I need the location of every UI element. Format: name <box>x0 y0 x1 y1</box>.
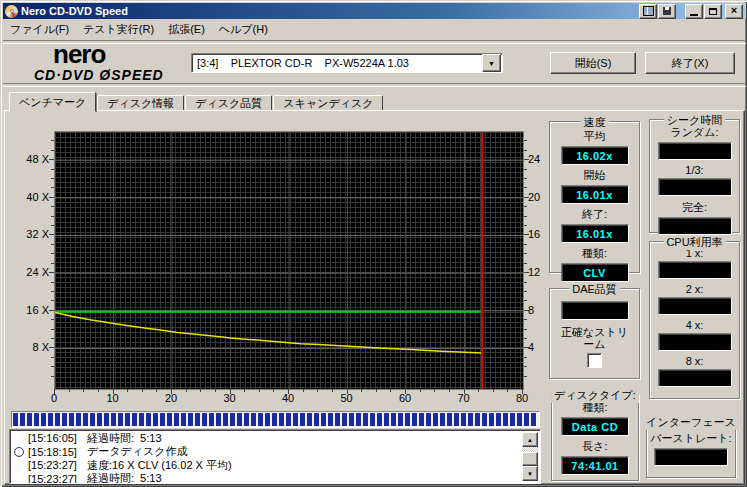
axis-tick <box>51 187 54 188</box>
app-icon[interactable] <box>5 5 18 18</box>
dae-group-title: DAE品質 <box>569 282 620 297</box>
axis-tick <box>493 389 494 392</box>
scroll-down-button[interactable]: ▼ <box>522 466 538 481</box>
save-icon <box>663 7 671 15</box>
tab-0[interactable]: ベンチマーク <box>9 92 96 112</box>
scrollbar-thumb[interactable] <box>522 452 538 466</box>
axis-tick <box>51 225 54 226</box>
log-list[interactable]: [15:16:05]経過時間: 5:13[15:18:15]データディスク作成[… <box>9 429 541 484</box>
tab-strip: ベンチマークディスク情報ディスク品質スキャンディスク <box>9 92 384 112</box>
speed-value: 16.02x <box>576 150 613 162</box>
axis-tick <box>332 389 333 392</box>
axis-tick <box>464 389 465 392</box>
axis-tick <box>524 347 527 348</box>
menu-item-0[interactable]: ファイル(F) <box>3 20 76 39</box>
series-rotation-speed <box>55 313 482 354</box>
exit-button[interactable]: 終了(X) <box>645 52 735 74</box>
axis-tick <box>524 291 527 292</box>
axis-tick <box>524 216 527 217</box>
save-button[interactable] <box>658 4 676 19</box>
close-button[interactable]: × <box>725 4 743 19</box>
separator <box>3 83 746 87</box>
axis-tick <box>259 389 260 392</box>
y-axis-right-label: 12 <box>528 266 540 279</box>
axis-tick <box>51 206 54 207</box>
disc-value-box: Data CD <box>561 417 629 436</box>
y-axis-label: 32 X <box>15 228 49 241</box>
axis-tick <box>171 389 172 392</box>
axis-tick <box>390 389 391 392</box>
title-bar[interactable]: Nero CD-DVD Speed × <box>3 3 746 19</box>
axis-tick <box>524 178 527 179</box>
scroll-up-button[interactable]: ▲ <box>522 432 538 447</box>
axis-tick <box>361 389 362 392</box>
y-axis-label: 8 X <box>15 341 49 354</box>
axis-tick <box>524 159 527 160</box>
axis-tick <box>507 389 508 392</box>
y-axis-label: 40 X <box>15 191 49 204</box>
minimize-icon <box>690 14 698 16</box>
menu-item-3[interactable]: ヘルプ(H) <box>212 20 275 39</box>
cpu-field-label: 2 x: <box>650 283 739 295</box>
speed-value-box: 16.01x <box>561 185 629 204</box>
axis-tick <box>317 389 318 392</box>
log-time: [15:23:27] <box>28 473 77 485</box>
maximize-button[interactable] <box>704 4 722 19</box>
speed-group: 速度 平均16.02x開始16.01x終了:16.01x種類:CLV <box>549 121 640 273</box>
log-scrollbar[interactable]: ▲ ▼ <box>522 432 538 481</box>
seek-group-title: シーク時間 <box>664 113 726 128</box>
log-icon-cell <box>10 447 28 457</box>
app-window: Nero CD-DVD Speed × ファイル(F)テスト実行(R)拡張(E)… <box>0 0 747 487</box>
menu-item-1[interactable]: テスト実行(R) <box>76 20 161 39</box>
chevron-down-icon[interactable]: ▼ <box>482 54 501 72</box>
y-axis-label: 16 X <box>15 304 49 317</box>
cpu-field-label: 4 x: <box>650 319 739 331</box>
axis-tick <box>524 169 527 170</box>
dae-value-box <box>561 301 629 320</box>
compare-window-icon-button[interactable] <box>639 4 657 19</box>
axis-tick <box>449 389 450 392</box>
axis-tick <box>524 366 527 367</box>
seek-value-box <box>658 142 732 160</box>
chart-canvas <box>55 132 523 389</box>
seek-value-box <box>658 178 732 196</box>
test-running-icon <box>14 447 24 457</box>
axis-tick <box>524 282 527 283</box>
axis-tick <box>51 310 54 311</box>
axis-tick <box>51 244 54 245</box>
axis-tick <box>524 225 527 226</box>
axis-tick <box>51 282 54 283</box>
speed-field-label: 終了: <box>550 207 639 222</box>
speed-value-box: CLV <box>561 263 629 282</box>
drive-selector[interactable]: [3:4] PLEXTOR CD-R PX-W5224A 1.03 ▼ <box>191 53 503 73</box>
axis-tick <box>478 389 479 392</box>
axis-tick <box>51 159 54 160</box>
axis-tick <box>303 389 304 392</box>
axis-tick <box>230 389 231 392</box>
axis-tick <box>524 272 527 273</box>
disc-value-box: 74:41.01 <box>561 456 629 475</box>
axis-tick <box>51 291 54 292</box>
separator <box>3 40 746 44</box>
axis-tick <box>51 253 54 254</box>
axis-tick <box>244 389 245 392</box>
accurate-stream-checkbox[interactable] <box>587 353 602 368</box>
menu-item-2[interactable]: 拡張(E) <box>161 20 212 39</box>
seek-field-label: 1/3: <box>650 164 739 176</box>
speed-value: 16.01x <box>576 189 613 201</box>
speed-field-label: 平均 <box>550 129 639 144</box>
start-button[interactable]: 開始(S) <box>550 52 636 74</box>
axis-tick <box>51 376 54 377</box>
axis-tick <box>127 389 128 392</box>
minimize-button[interactable] <box>685 4 703 19</box>
speed-value-box: 16.02x <box>561 146 629 165</box>
y-axis-right-label: 16 <box>528 228 540 241</box>
axis-tick <box>524 376 527 377</box>
axis-tick <box>524 338 527 339</box>
axis-tick <box>51 197 54 198</box>
burst-rate-label: バーストレート: <box>647 431 735 446</box>
axis-tick <box>69 389 70 392</box>
axis-tick <box>524 319 527 320</box>
axis-tick <box>51 216 54 217</box>
disc-type-group: ディスクタイプ: 種類:Data CD長さ:74:41.01 <box>551 394 639 481</box>
